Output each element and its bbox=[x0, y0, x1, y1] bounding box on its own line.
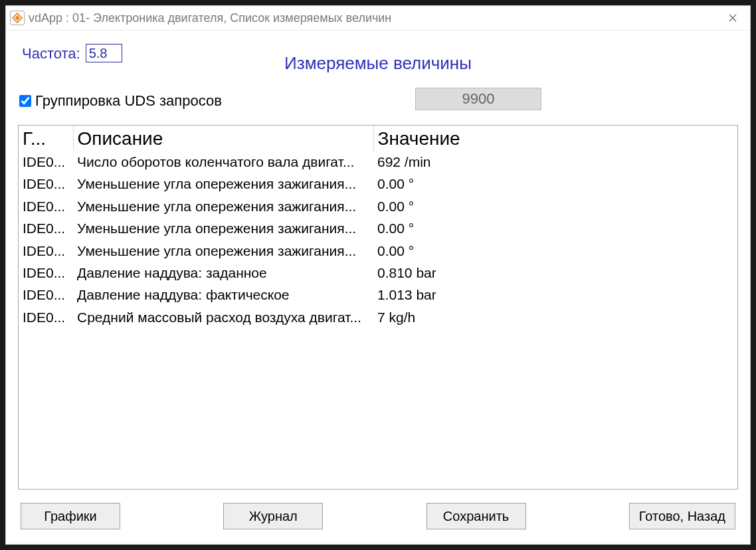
cell-id: IDE0... bbox=[19, 240, 73, 262]
cell-value: 0.00 ° bbox=[373, 217, 737, 239]
table-row[interactable]: IDE0...Уменьшение угла опережения зажига… bbox=[19, 240, 737, 262]
table-row[interactable]: IDE0...Средний массовый расход воздуха д… bbox=[19, 306, 737, 328]
measurements-grid[interactable]: Г... Описание Значение IDE0...Число обор… bbox=[18, 125, 738, 490]
grid-header-row: Г... Описание Значение bbox=[19, 126, 737, 151]
cell-desc: Средний массовый расход воздуха двигат..… bbox=[73, 306, 373, 328]
cell-id: IDE0... bbox=[19, 306, 73, 328]
cell-id: IDE0... bbox=[19, 195, 73, 217]
page-title: Измеряемые величины bbox=[284, 53, 472, 74]
frequency-input[interactable] bbox=[86, 44, 122, 62]
graphs-button[interactable]: Графики bbox=[21, 503, 120, 529]
cell-id: IDE0... bbox=[19, 151, 73, 173]
group-uds-label: Группировка UDS запросов bbox=[35, 92, 222, 110]
cell-desc: Уменьшение угла опережения зажигания... bbox=[73, 173, 373, 195]
grid-header-id[interactable]: Г... bbox=[19, 126, 73, 151]
window-title: vdApp : 01- Электроника двигателя, Списо… bbox=[29, 11, 718, 25]
cell-desc: Давление наддува: заданное bbox=[73, 262, 373, 284]
cell-id: IDE0... bbox=[19, 284, 73, 306]
group-uds-checkbox-wrap[interactable]: Группировка UDS запросов bbox=[18, 92, 222, 110]
app-window: vdApp : 01- Электроника двигателя, Списо… bbox=[5, 5, 751, 545]
cell-desc: Число оборотов коленчатого вала двигат..… bbox=[73, 151, 373, 173]
cell-id: IDE0... bbox=[19, 173, 73, 195]
group-uds-checkbox[interactable] bbox=[19, 95, 31, 107]
cell-value: 0.00 ° bbox=[373, 173, 737, 195]
button-row: Графики Журнал Сохранить Готово, Назад bbox=[18, 503, 738, 529]
table-row[interactable]: IDE0...Уменьшение угла опережения зажига… bbox=[19, 217, 737, 239]
cell-value: 7 kg/h bbox=[373, 306, 737, 328]
save-button[interactable]: Сохранить bbox=[426, 503, 526, 529]
cell-value: 692 /min bbox=[373, 151, 737, 173]
frequency-label: Частота: bbox=[22, 45, 80, 62]
cell-value: 0.00 ° bbox=[373, 195, 737, 217]
grid-header-desc[interactable]: Описание bbox=[73, 126, 373, 151]
client-area: Частота: Измеряемые величины Группировка… bbox=[6, 30, 750, 544]
done-back-button[interactable]: Готово, Назад bbox=[629, 503, 735, 529]
app-icon bbox=[10, 11, 25, 25]
top-row: Частота: Измеряемые величины bbox=[18, 41, 738, 88]
journal-button[interactable]: Журнал bbox=[223, 503, 323, 529]
table-row[interactable]: IDE0...Уменьшение угла опережения зажига… bbox=[19, 173, 737, 195]
close-button[interactable] bbox=[718, 9, 747, 27]
table-row[interactable]: IDE0...Давление наддува: фактическое1.01… bbox=[19, 284, 737, 306]
cell-desc: Давление наддува: фактическое bbox=[73, 284, 373, 306]
cell-value: 0.00 ° bbox=[373, 240, 737, 262]
cell-value: 1.013 bar bbox=[373, 284, 737, 306]
close-icon bbox=[729, 14, 737, 22]
grid-header-value[interactable]: Значение bbox=[373, 126, 737, 151]
cell-value: 0.810 bar bbox=[373, 262, 737, 284]
table-row[interactable]: IDE0...Число оборотов коленчатого вала д… bbox=[19, 151, 737, 173]
cell-desc: Уменьшение угла опережения зажигания... bbox=[73, 240, 373, 262]
counter-display: 9900 bbox=[415, 88, 541, 110]
titlebar: vdApp : 01- Электроника двигателя, Списо… bbox=[6, 6, 750, 30]
cell-id: IDE0... bbox=[19, 262, 73, 284]
cell-desc: Уменьшение угла опережения зажигания... bbox=[73, 195, 373, 217]
table-row[interactable]: IDE0...Давление наддува: заданное0.810 b… bbox=[19, 262, 737, 284]
options-row: Группировка UDS запросов 9900 bbox=[18, 88, 738, 114]
cell-id: IDE0... bbox=[19, 217, 73, 239]
table-row[interactable]: IDE0...Уменьшение угла опережения зажига… bbox=[19, 195, 737, 217]
cell-desc: Уменьшение угла опережения зажигания... bbox=[73, 217, 373, 239]
